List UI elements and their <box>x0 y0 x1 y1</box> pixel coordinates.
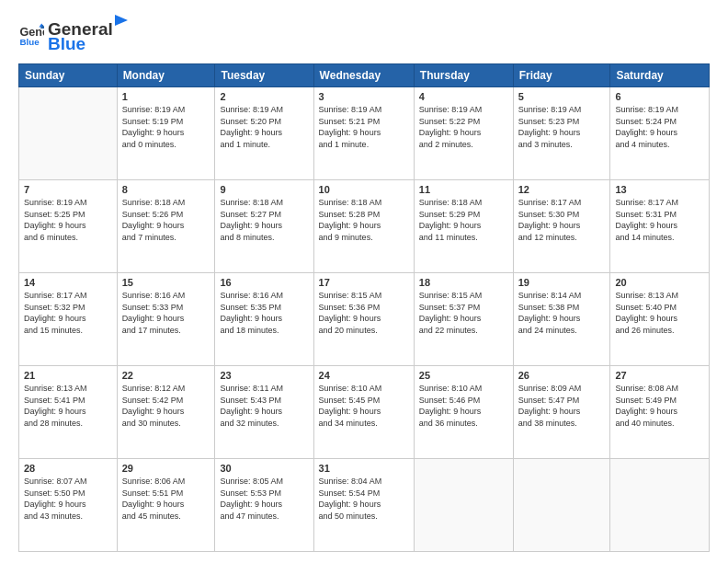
calendar-cell: 18Sunrise: 8:15 AMSunset: 5:37 PMDayligh… <box>414 273 513 366</box>
day-header-monday: Monday <box>117 64 215 87</box>
day-number: 30 <box>220 463 308 474</box>
week-row-2: 14Sunrise: 8:17 AMSunset: 5:32 PMDayligh… <box>19 273 710 366</box>
calendar-cell: 14Sunrise: 8:17 AMSunset: 5:32 PMDayligh… <box>19 273 118 366</box>
calendar-cell: 24Sunrise: 8:10 AMSunset: 5:45 PMDayligh… <box>313 366 414 459</box>
day-header-saturday: Saturday <box>610 64 710 87</box>
day-info: Sunrise: 8:14 AMSunset: 5:38 PMDaylight:… <box>518 290 606 336</box>
day-info: Sunrise: 8:04 AMSunset: 5:54 PMDaylight:… <box>319 476 409 522</box>
day-number: 13 <box>615 184 704 195</box>
day-info: Sunrise: 8:09 AMSunset: 5:47 PMDaylight:… <box>518 383 606 429</box>
day-number: 16 <box>220 277 308 288</box>
calendar-cell: 19Sunrise: 8:14 AMSunset: 5:38 PMDayligh… <box>513 273 610 366</box>
calendar-cell: 8Sunrise: 8:18 AMSunset: 5:26 PMDaylight… <box>117 180 215 273</box>
page: General Blue General Blue Su <box>0 0 728 563</box>
week-row-1: 7Sunrise: 8:19 AMSunset: 5:25 PMDaylight… <box>19 180 710 273</box>
day-info: Sunrise: 8:16 AMSunset: 5:33 PMDaylight:… <box>122 290 210 336</box>
day-number: 27 <box>615 370 704 381</box>
day-info: Sunrise: 8:18 AMSunset: 5:26 PMDaylight:… <box>122 197 210 243</box>
day-info: Sunrise: 8:19 AMSunset: 5:25 PMDaylight:… <box>24 197 112 243</box>
day-number: 12 <box>518 184 606 195</box>
calendar-cell: 11Sunrise: 8:18 AMSunset: 5:29 PMDayligh… <box>414 180 513 273</box>
svg-text:Blue: Blue <box>19 37 40 47</box>
day-info: Sunrise: 8:19 AMSunset: 5:19 PMDaylight:… <box>122 104 210 150</box>
calendar-cell: 30Sunrise: 8:05 AMSunset: 5:53 PMDayligh… <box>215 459 313 552</box>
calendar-table: SundayMondayTuesdayWednesdayThursdayFrid… <box>18 63 710 552</box>
day-number: 11 <box>419 184 508 195</box>
week-row-3: 21Sunrise: 8:13 AMSunset: 5:41 PMDayligh… <box>19 366 710 459</box>
header: General Blue General Blue <box>18 15 710 54</box>
calendar-cell: 28Sunrise: 8:07 AMSunset: 5:50 PMDayligh… <box>19 459 118 552</box>
day-number: 5 <box>518 91 606 102</box>
day-number: 17 <box>319 277 409 288</box>
calendar-cell: 12Sunrise: 8:17 AMSunset: 5:30 PMDayligh… <box>513 180 610 273</box>
logo: General Blue General Blue <box>18 15 130 54</box>
day-info: Sunrise: 8:19 AMSunset: 5:23 PMDaylight:… <box>518 104 606 150</box>
day-info: Sunrise: 8:17 AMSunset: 5:30 PMDaylight:… <box>518 197 606 243</box>
calendar-cell: 26Sunrise: 8:09 AMSunset: 5:47 PMDayligh… <box>513 366 610 459</box>
day-number: 18 <box>419 277 508 288</box>
svg-marker-4 <box>115 15 128 26</box>
calendar-cell: 4Sunrise: 8:19 AMSunset: 5:22 PMDaylight… <box>414 87 513 180</box>
day-info: Sunrise: 8:07 AMSunset: 5:50 PMDaylight:… <box>24 476 112 522</box>
day-info: Sunrise: 8:12 AMSunset: 5:42 PMDaylight:… <box>122 383 210 429</box>
day-number: 2 <box>220 91 308 102</box>
day-info: Sunrise: 8:18 AMSunset: 5:28 PMDaylight:… <box>319 197 409 243</box>
day-info: Sunrise: 8:10 AMSunset: 5:45 PMDaylight:… <box>319 383 409 429</box>
day-info: Sunrise: 8:10 AMSunset: 5:46 PMDaylight:… <box>419 383 508 429</box>
logo-icon: General Blue <box>18 22 44 48</box>
day-header-thursday: Thursday <box>414 64 513 87</box>
day-number: 8 <box>122 184 210 195</box>
day-number: 21 <box>24 370 112 381</box>
calendar-cell: 1Sunrise: 8:19 AMSunset: 5:19 PMDaylight… <box>117 87 215 180</box>
logo-flag <box>113 15 130 35</box>
day-number: 20 <box>615 277 704 288</box>
calendar-cell: 3Sunrise: 8:19 AMSunset: 5:21 PMDaylight… <box>313 87 414 180</box>
day-number: 29 <box>122 463 210 474</box>
day-info: Sunrise: 8:13 AMSunset: 5:41 PMDaylight:… <box>24 383 112 429</box>
day-info: Sunrise: 8:19 AMSunset: 5:24 PMDaylight:… <box>615 104 704 150</box>
day-number: 24 <box>319 370 409 381</box>
calendar-cell <box>610 459 710 552</box>
day-info: Sunrise: 8:17 AMSunset: 5:32 PMDaylight:… <box>24 290 112 336</box>
day-number: 25 <box>419 370 508 381</box>
day-info: Sunrise: 8:05 AMSunset: 5:53 PMDaylight:… <box>220 476 308 522</box>
day-number: 15 <box>122 277 210 288</box>
day-info: Sunrise: 8:19 AMSunset: 5:22 PMDaylight:… <box>419 104 508 150</box>
day-number: 6 <box>615 91 704 102</box>
day-header-tuesday: Tuesday <box>215 64 313 87</box>
calendar-cell: 22Sunrise: 8:12 AMSunset: 5:42 PMDayligh… <box>117 366 215 459</box>
calendar-cell: 6Sunrise: 8:19 AMSunset: 5:24 PMDaylight… <box>610 87 710 180</box>
days-header-row: SundayMondayTuesdayWednesdayThursdayFrid… <box>19 64 710 87</box>
calendar-cell: 25Sunrise: 8:10 AMSunset: 5:46 PMDayligh… <box>414 366 513 459</box>
day-number: 31 <box>319 463 409 474</box>
calendar-cell: 13Sunrise: 8:17 AMSunset: 5:31 PMDayligh… <box>610 180 710 273</box>
day-number: 9 <box>220 184 308 195</box>
calendar-cell: 27Sunrise: 8:08 AMSunset: 5:49 PMDayligh… <box>610 366 710 459</box>
day-number: 23 <box>220 370 308 381</box>
day-info: Sunrise: 8:18 AMSunset: 5:29 PMDaylight:… <box>419 197 508 243</box>
logo-wordmark: General Blue <box>48 15 130 54</box>
calendar-cell: 2Sunrise: 8:19 AMSunset: 5:20 PMDaylight… <box>215 87 313 180</box>
day-header-friday: Friday <box>513 64 610 87</box>
day-number: 7 <box>24 184 112 195</box>
day-info: Sunrise: 8:15 AMSunset: 5:36 PMDaylight:… <box>319 290 409 336</box>
day-info: Sunrise: 8:06 AMSunset: 5:51 PMDaylight:… <box>122 476 210 522</box>
day-info: Sunrise: 8:19 AMSunset: 5:20 PMDaylight:… <box>220 104 308 150</box>
calendar-cell: 21Sunrise: 8:13 AMSunset: 5:41 PMDayligh… <box>19 366 118 459</box>
day-info: Sunrise: 8:17 AMSunset: 5:31 PMDaylight:… <box>615 197 704 243</box>
day-info: Sunrise: 8:08 AMSunset: 5:49 PMDaylight:… <box>615 383 704 429</box>
week-row-0: 1Sunrise: 8:19 AMSunset: 5:19 PMDaylight… <box>19 87 710 180</box>
day-number: 19 <box>518 277 606 288</box>
calendar-cell <box>513 459 610 552</box>
day-info: Sunrise: 8:13 AMSunset: 5:40 PMDaylight:… <box>615 290 704 336</box>
calendar-cell <box>19 87 118 180</box>
calendar-cell <box>414 459 513 552</box>
calendar-cell: 17Sunrise: 8:15 AMSunset: 5:36 PMDayligh… <box>313 273 414 366</box>
day-info: Sunrise: 8:15 AMSunset: 5:37 PMDaylight:… <box>419 290 508 336</box>
calendar-cell: 15Sunrise: 8:16 AMSunset: 5:33 PMDayligh… <box>117 273 215 366</box>
day-info: Sunrise: 8:19 AMSunset: 5:21 PMDaylight:… <box>319 104 409 150</box>
day-number: 1 <box>122 91 210 102</box>
calendar-cell: 9Sunrise: 8:18 AMSunset: 5:27 PMDaylight… <box>215 180 313 273</box>
calendar-cell: 29Sunrise: 8:06 AMSunset: 5:51 PMDayligh… <box>117 459 215 552</box>
calendar-cell: 23Sunrise: 8:11 AMSunset: 5:43 PMDayligh… <box>215 366 313 459</box>
